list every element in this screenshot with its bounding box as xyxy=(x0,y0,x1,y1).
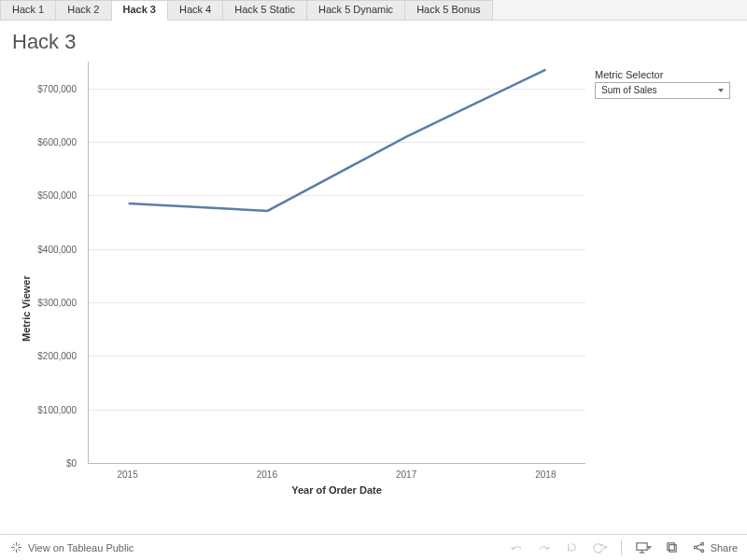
y-tick-label: $0 xyxy=(66,458,82,469)
tab-hack-1[interactable]: Hack 1 xyxy=(0,0,56,20)
tab-hack-5-static[interactable]: Hack 5 Static xyxy=(223,0,307,20)
data-line xyxy=(129,70,546,211)
y-axis-label: Metric Viewer xyxy=(17,62,32,500)
tableau-logo-button[interactable]: View on Tableau Public xyxy=(9,540,134,554)
sidebar: Metric Selector Sum of Sales xyxy=(585,30,730,515)
y-tick-label: $100,000 xyxy=(37,404,82,414)
x-tick-label: 2018 xyxy=(535,469,556,480)
y-axis-ticks: $0$100,000$200,000$300,000$400,000$500,0… xyxy=(32,62,88,500)
download-button[interactable] xyxy=(665,540,679,554)
x-tick-label: 2015 xyxy=(118,469,138,480)
tab-hack-5-bonus[interactable]: Hack 5 Bonus xyxy=(405,0,492,20)
metric-selector-value: Sum of Sales xyxy=(601,85,656,95)
svg-line-16 xyxy=(696,544,701,546)
undo-icon xyxy=(510,540,524,554)
tableau-logo-icon xyxy=(9,540,23,554)
share-icon xyxy=(692,540,706,554)
presentation-button[interactable] xyxy=(635,540,652,554)
tab-hack-5-dynamic[interactable]: Hack 5 Dynamic xyxy=(307,0,405,20)
x-tick-label: 2016 xyxy=(257,469,277,480)
bottom-toolbar: View on Tableau Public Share xyxy=(0,534,747,560)
y-tick-label: $200,000 xyxy=(37,351,82,361)
metric-selector-dropdown[interactable]: Sum of Sales xyxy=(595,82,730,99)
download-icon xyxy=(665,540,679,554)
share-label: Share xyxy=(711,542,738,553)
main-content: Hack 3 Metric Viewer $0$100,000$200,000$… xyxy=(0,21,747,515)
chart-area: Hack 3 Metric Viewer $0$100,000$200,000$… xyxy=(17,30,585,515)
svg-line-17 xyxy=(696,548,701,550)
undo-button[interactable] xyxy=(510,540,524,554)
tab-hack-2[interactable]: Hack 2 xyxy=(56,0,111,20)
plot-column: Year of Order Date 2015201620172018 xyxy=(88,62,585,500)
chart-wrapper: Metric Viewer $0$100,000$200,000$300,000… xyxy=(17,62,585,500)
svg-rect-12 xyxy=(669,545,676,553)
svg-line-5 xyxy=(18,549,20,551)
y-tick-label: $400,000 xyxy=(37,244,82,254)
y-tick-label: $600,000 xyxy=(37,137,82,147)
view-on-tableau-label: View on Tableau Public xyxy=(28,542,134,553)
refresh-caret-icon xyxy=(602,546,608,550)
tab-hack-3[interactable]: Hack 3 xyxy=(112,0,168,21)
y-tick-label: $500,000 xyxy=(37,190,82,201)
y-tick-label: $300,000 xyxy=(37,297,82,307)
page-title: Hack 3 xyxy=(12,30,585,54)
svg-line-6 xyxy=(18,544,20,546)
svg-rect-11 xyxy=(667,543,674,551)
svg-line-4 xyxy=(13,544,15,546)
tab-bar: Hack 1Hack 2Hack 3Hack 4Hack 5 StaticHac… xyxy=(0,0,747,21)
replay-button[interactable] xyxy=(564,540,578,554)
redo-icon xyxy=(537,540,551,554)
replay-icon xyxy=(564,540,578,554)
svg-line-7 xyxy=(13,549,15,551)
x-axis: Year of Order Date 2015201620172018 xyxy=(88,463,585,500)
y-tick-label: $700,000 xyxy=(37,83,82,93)
share-button[interactable]: Share xyxy=(692,540,738,554)
refresh-button[interactable] xyxy=(591,540,608,554)
tab-hack-4[interactable]: Hack 4 xyxy=(168,0,223,20)
metric-selector-label: Metric Selector xyxy=(595,69,730,80)
chart-plot[interactable] xyxy=(88,62,585,463)
line-chart-svg xyxy=(89,62,585,463)
x-tick-label: 2017 xyxy=(396,469,416,480)
presentation-caret-icon xyxy=(646,546,652,550)
redo-button[interactable] xyxy=(537,540,551,554)
x-axis-label: Year of Order Date xyxy=(88,484,585,496)
toolbar-divider xyxy=(621,540,622,555)
